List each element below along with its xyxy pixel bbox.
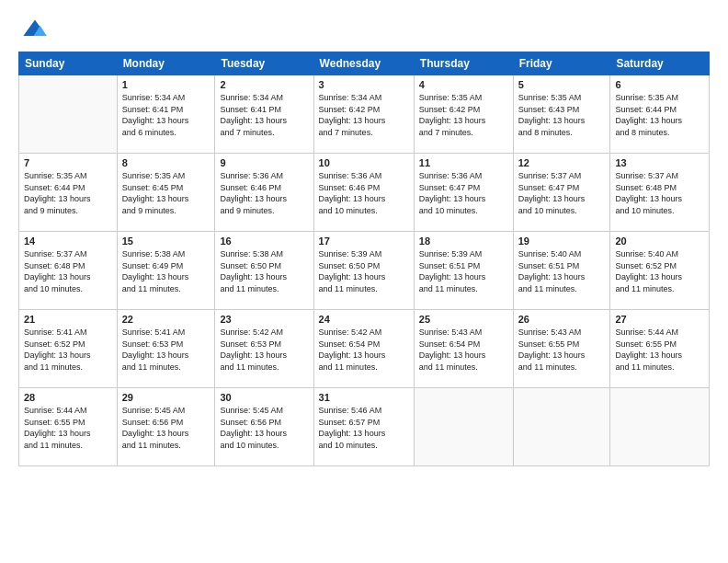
cell-info: Sunrise: 5:38 AMSunset: 6:49 PMDaylight:… [122,248,210,294]
calendar-cell [610,388,710,466]
col-header-tuesday: Tuesday [215,52,313,75]
cell-info: Sunrise: 5:34 AMSunset: 6:42 PMDaylight:… [319,92,409,138]
cell-info: Sunrise: 5:37 AMSunset: 6:48 PMDaylight:… [24,248,112,294]
calendar-cell: 9Sunrise: 5:36 AMSunset: 6:46 PMDaylight… [215,154,313,232]
day-number: 19 [518,236,606,247]
calendar-cell: 6Sunrise: 5:35 AMSunset: 6:44 PMDaylight… [610,75,710,154]
calendar-cell [19,75,118,154]
day-number: 22 [122,314,210,325]
day-number: 24 [319,314,409,325]
calendar-cell [513,388,610,466]
calendar-cell: 27Sunrise: 5:44 AMSunset: 6:55 PMDayligh… [610,310,710,388]
logo-icon [22,17,48,42]
day-number: 1 [122,79,210,90]
col-header-wednesday: Wednesday [313,52,414,75]
col-header-saturday: Saturday [610,52,710,75]
cell-info: Sunrise: 5:36 AMSunset: 6:46 PMDaylight:… [220,170,308,216]
cell-info: Sunrise: 5:40 AMSunset: 6:52 PMDaylight:… [615,248,704,294]
calendar-cell: 14Sunrise: 5:37 AMSunset: 6:48 PMDayligh… [19,232,118,310]
day-number: 29 [122,392,210,403]
day-number: 27 [615,314,704,325]
calendar-week-row: 14Sunrise: 5:37 AMSunset: 6:48 PMDayligh… [19,232,710,310]
day-number: 28 [24,392,112,403]
col-header-sunday: Sunday [19,52,118,75]
day-number: 6 [615,79,704,90]
calendar-cell: 22Sunrise: 5:41 AMSunset: 6:53 PMDayligh… [117,310,215,388]
day-number: 9 [220,157,308,168]
cell-info: Sunrise: 5:39 AMSunset: 6:50 PMDaylight:… [319,248,409,294]
day-number: 25 [419,314,508,325]
cell-info: Sunrise: 5:45 AMSunset: 6:56 PMDaylight:… [122,405,210,451]
day-number: 15 [122,236,210,247]
calendar-cell: 8Sunrise: 5:35 AMSunset: 6:45 PMDaylight… [117,154,215,232]
calendar-cell [414,388,513,466]
cell-info: Sunrise: 5:40 AMSunset: 6:51 PMDaylight:… [518,248,606,294]
calendar-cell: 4Sunrise: 5:35 AMSunset: 6:42 PMDaylight… [414,75,513,154]
calendar-cell: 12Sunrise: 5:37 AMSunset: 6:47 PMDayligh… [513,154,610,232]
cell-info: Sunrise: 5:43 AMSunset: 6:55 PMDaylight:… [518,327,606,373]
day-number: 30 [220,392,308,403]
calendar-cell: 15Sunrise: 5:38 AMSunset: 6:49 PMDayligh… [117,232,215,310]
day-number: 8 [122,157,210,168]
day-number: 31 [319,392,409,403]
col-header-monday: Monday [117,52,215,75]
day-number: 10 [319,157,409,168]
header [18,17,710,42]
calendar-cell: 23Sunrise: 5:42 AMSunset: 6:53 PMDayligh… [215,310,313,388]
cell-info: Sunrise: 5:35 AMSunset: 6:45 PMDaylight:… [122,170,210,216]
day-number: 7 [24,157,112,168]
calendar-cell: 3Sunrise: 5:34 AMSunset: 6:42 PMDaylight… [313,75,414,154]
day-number: 17 [319,236,409,247]
calendar-cell: 28Sunrise: 5:44 AMSunset: 6:55 PMDayligh… [19,388,118,466]
cell-info: Sunrise: 5:45 AMSunset: 6:56 PMDaylight:… [220,405,308,451]
col-header-friday: Friday [513,52,610,75]
cell-info: Sunrise: 5:46 AMSunset: 6:57 PMDaylight:… [319,405,409,451]
calendar-cell: 2Sunrise: 5:34 AMSunset: 6:41 PMDaylight… [215,75,313,154]
day-number: 3 [319,79,409,90]
calendar-cell: 17Sunrise: 5:39 AMSunset: 6:50 PMDayligh… [313,232,414,310]
calendar-week-row: 1Sunrise: 5:34 AMSunset: 6:41 PMDaylight… [19,75,710,154]
calendar-cell: 25Sunrise: 5:43 AMSunset: 6:54 PMDayligh… [414,310,513,388]
calendar-table: SundayMondayTuesdayWednesdayThursdayFrid… [18,52,710,466]
cell-info: Sunrise: 5:35 AMSunset: 6:44 PMDaylight:… [615,92,704,138]
cell-info: Sunrise: 5:36 AMSunset: 6:47 PMDaylight:… [419,170,508,216]
day-number: 13 [615,157,704,168]
day-number: 4 [419,79,508,90]
day-number: 18 [419,236,508,247]
cell-info: Sunrise: 5:39 AMSunset: 6:51 PMDaylight:… [419,248,508,294]
calendar-cell: 13Sunrise: 5:37 AMSunset: 6:48 PMDayligh… [610,154,710,232]
page: SundayMondayTuesdayWednesdayThursdayFrid… [0,0,728,563]
calendar-cell: 31Sunrise: 5:46 AMSunset: 6:57 PMDayligh… [313,388,414,466]
calendar-cell: 7Sunrise: 5:35 AMSunset: 6:44 PMDaylight… [19,154,118,232]
cell-info: Sunrise: 5:41 AMSunset: 6:53 PMDaylight:… [122,327,210,373]
calendar-cell: 29Sunrise: 5:45 AMSunset: 6:56 PMDayligh… [117,388,215,466]
day-number: 2 [220,79,308,90]
day-number: 5 [518,79,606,90]
calendar-cell: 20Sunrise: 5:40 AMSunset: 6:52 PMDayligh… [610,232,710,310]
cell-info: Sunrise: 5:43 AMSunset: 6:54 PMDaylight:… [419,327,508,373]
cell-info: Sunrise: 5:35 AMSunset: 6:42 PMDaylight:… [419,92,508,138]
calendar-cell: 10Sunrise: 5:36 AMSunset: 6:46 PMDayligh… [313,154,414,232]
cell-info: Sunrise: 5:36 AMSunset: 6:46 PMDaylight:… [319,170,409,216]
calendar-cell: 11Sunrise: 5:36 AMSunset: 6:47 PMDayligh… [414,154,513,232]
cell-info: Sunrise: 5:41 AMSunset: 6:52 PMDaylight:… [24,327,112,373]
calendar-header-row: SundayMondayTuesdayWednesdayThursdayFrid… [19,52,710,75]
cell-info: Sunrise: 5:42 AMSunset: 6:53 PMDaylight:… [220,327,308,373]
calendar-cell: 16Sunrise: 5:38 AMSunset: 6:50 PMDayligh… [215,232,313,310]
day-number: 16 [220,236,308,247]
calendar-cell: 1Sunrise: 5:34 AMSunset: 6:41 PMDaylight… [117,75,215,154]
cell-info: Sunrise: 5:35 AMSunset: 6:43 PMDaylight:… [518,92,606,138]
cell-info: Sunrise: 5:42 AMSunset: 6:54 PMDaylight:… [319,327,409,373]
cell-info: Sunrise: 5:37 AMSunset: 6:47 PMDaylight:… [518,170,606,216]
day-number: 21 [24,314,112,325]
day-number: 12 [518,157,606,168]
cell-info: Sunrise: 5:37 AMSunset: 6:48 PMDaylight:… [615,170,704,216]
calendar-cell: 26Sunrise: 5:43 AMSunset: 6:55 PMDayligh… [513,310,610,388]
cell-info: Sunrise: 5:34 AMSunset: 6:41 PMDaylight:… [220,92,308,138]
day-number: 11 [419,157,508,168]
calendar-cell: 18Sunrise: 5:39 AMSunset: 6:51 PMDayligh… [414,232,513,310]
day-number: 26 [518,314,606,325]
cell-info: Sunrise: 5:34 AMSunset: 6:41 PMDaylight:… [122,92,210,138]
cell-info: Sunrise: 5:44 AMSunset: 6:55 PMDaylight:… [24,405,112,451]
calendar-week-row: 7Sunrise: 5:35 AMSunset: 6:44 PMDaylight… [19,154,710,232]
